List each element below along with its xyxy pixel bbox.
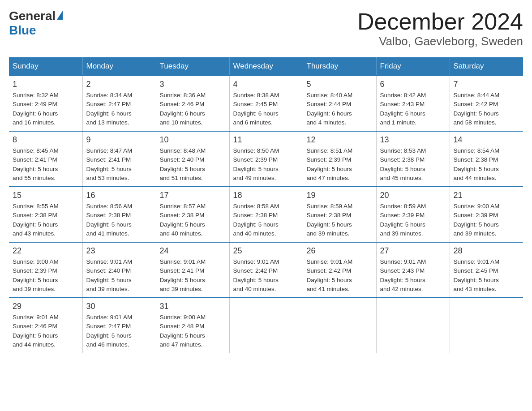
calendar-cell: 8Sunrise: 8:45 AM Sunset: 2:41 PM Daylig… bbox=[9, 131, 82, 187]
day-number: 22 bbox=[13, 246, 79, 256]
calendar-week-4: 22Sunrise: 9:00 AM Sunset: 2:39 PM Dayli… bbox=[9, 242, 523, 298]
weekday-header-wednesday: Wednesday bbox=[229, 57, 303, 76]
day-info: Sunrise: 8:40 AM Sunset: 2:44 PM Dayligh… bbox=[307, 91, 373, 127]
calendar-week-3: 15Sunrise: 8:55 AM Sunset: 2:38 PM Dayli… bbox=[9, 187, 523, 242]
day-info: Sunrise: 8:36 AM Sunset: 2:46 PM Dayligh… bbox=[160, 91, 226, 127]
day-number: 28 bbox=[454, 246, 520, 256]
day-number: 27 bbox=[380, 246, 446, 256]
calendar-cell: 20Sunrise: 8:59 AM Sunset: 2:39 PM Dayli… bbox=[376, 187, 450, 242]
day-info: Sunrise: 9:00 AM Sunset: 2:39 PM Dayligh… bbox=[13, 257, 79, 294]
weekday-header-tuesday: Tuesday bbox=[156, 57, 229, 76]
day-info: Sunrise: 9:01 AM Sunset: 2:43 PM Dayligh… bbox=[380, 257, 446, 294]
day-info: Sunrise: 8:50 AM Sunset: 2:39 PM Dayligh… bbox=[233, 146, 299, 183]
day-info: Sunrise: 8:54 AM Sunset: 2:38 PM Dayligh… bbox=[454, 146, 520, 183]
day-number: 8 bbox=[13, 135, 79, 145]
day-number: 2 bbox=[86, 80, 152, 89]
calendar-cell: 15Sunrise: 8:55 AM Sunset: 2:38 PM Dayli… bbox=[9, 187, 82, 242]
day-info: Sunrise: 9:01 AM Sunset: 2:42 PM Dayligh… bbox=[307, 257, 373, 294]
calendar-cell: 22Sunrise: 9:00 AM Sunset: 2:39 PM Dayli… bbox=[9, 242, 82, 298]
day-number: 13 bbox=[380, 135, 446, 145]
logo: General Blue bbox=[9, 9, 63, 38]
calendar-cell bbox=[450, 298, 523, 353]
day-number: 23 bbox=[86, 246, 152, 256]
calendar-cell: 2Sunrise: 8:34 AM Sunset: 2:47 PM Daylig… bbox=[82, 76, 156, 131]
day-info: Sunrise: 8:53 AM Sunset: 2:38 PM Dayligh… bbox=[380, 146, 446, 183]
day-info: Sunrise: 8:45 AM Sunset: 2:41 PM Dayligh… bbox=[13, 146, 79, 183]
calendar-cell bbox=[303, 298, 376, 353]
calendar-cell: 1Sunrise: 8:32 AM Sunset: 2:49 PM Daylig… bbox=[9, 76, 82, 131]
calendar-cell: 7Sunrise: 8:44 AM Sunset: 2:42 PM Daylig… bbox=[450, 76, 523, 131]
page-subtitle: Valbo, Gaevleborg, Sweden bbox=[357, 34, 523, 48]
day-info: Sunrise: 8:38 AM Sunset: 2:45 PM Dayligh… bbox=[233, 91, 299, 127]
day-number: 14 bbox=[454, 135, 520, 145]
day-number: 4 bbox=[233, 80, 299, 89]
day-info: Sunrise: 8:42 AM Sunset: 2:43 PM Dayligh… bbox=[380, 91, 446, 127]
day-info: Sunrise: 9:01 AM Sunset: 2:41 PM Dayligh… bbox=[160, 257, 226, 294]
calendar-table: SundayMondayTuesdayWednesdayThursdayFrid… bbox=[9, 57, 523, 353]
day-number: 20 bbox=[380, 191, 446, 200]
calendar-cell: 3Sunrise: 8:36 AM Sunset: 2:46 PM Daylig… bbox=[156, 76, 229, 131]
day-number: 17 bbox=[160, 191, 226, 200]
day-info: Sunrise: 9:01 AM Sunset: 2:40 PM Dayligh… bbox=[86, 257, 152, 294]
day-info: Sunrise: 8:44 AM Sunset: 2:42 PM Dayligh… bbox=[454, 91, 520, 127]
day-info: Sunrise: 9:01 AM Sunset: 2:45 PM Dayligh… bbox=[454, 257, 520, 294]
day-info: Sunrise: 9:00 AM Sunset: 2:39 PM Dayligh… bbox=[454, 202, 520, 238]
logo-general: General bbox=[9, 9, 56, 23]
day-info: Sunrise: 8:47 AM Sunset: 2:41 PM Dayligh… bbox=[86, 146, 152, 183]
day-number: 25 bbox=[233, 246, 299, 256]
day-number: 15 bbox=[13, 191, 79, 200]
day-number: 21 bbox=[454, 191, 520, 200]
day-info: Sunrise: 8:56 AM Sunset: 2:38 PM Dayligh… bbox=[86, 202, 152, 238]
day-number: 12 bbox=[307, 135, 373, 145]
day-number: 10 bbox=[160, 135, 226, 145]
day-info: Sunrise: 8:57 AM Sunset: 2:38 PM Dayligh… bbox=[160, 202, 226, 238]
calendar-cell: 23Sunrise: 9:01 AM Sunset: 2:40 PM Dayli… bbox=[82, 242, 156, 298]
weekday-header-sunday: Sunday bbox=[9, 57, 82, 76]
weekday-header-row: SundayMondayTuesdayWednesdayThursdayFrid… bbox=[9, 57, 523, 76]
day-info: Sunrise: 8:32 AM Sunset: 2:49 PM Dayligh… bbox=[13, 91, 79, 127]
day-info: Sunrise: 9:01 AM Sunset: 2:42 PM Dayligh… bbox=[233, 257, 299, 294]
calendar-cell: 19Sunrise: 8:59 AM Sunset: 2:38 PM Dayli… bbox=[303, 187, 376, 242]
day-number: 5 bbox=[307, 80, 373, 89]
calendar-cell: 28Sunrise: 9:01 AM Sunset: 2:45 PM Dayli… bbox=[450, 242, 523, 298]
calendar-cell: 26Sunrise: 9:01 AM Sunset: 2:42 PM Dayli… bbox=[303, 242, 376, 298]
day-number: 30 bbox=[86, 302, 152, 311]
weekday-header-saturday: Saturday bbox=[450, 57, 523, 76]
day-info: Sunrise: 9:00 AM Sunset: 2:48 PM Dayligh… bbox=[160, 313, 226, 349]
logo-triangle-icon bbox=[57, 11, 63, 20]
calendar-week-2: 8Sunrise: 8:45 AM Sunset: 2:41 PM Daylig… bbox=[9, 131, 523, 187]
day-number: 9 bbox=[86, 135, 152, 145]
calendar-cell: 13Sunrise: 8:53 AM Sunset: 2:38 PM Dayli… bbox=[376, 131, 450, 187]
calendar-cell: 6Sunrise: 8:42 AM Sunset: 2:43 PM Daylig… bbox=[376, 76, 450, 131]
day-info: Sunrise: 8:59 AM Sunset: 2:39 PM Dayligh… bbox=[380, 202, 446, 238]
page-header: General Blue December 2024 Valbo, Gaevle… bbox=[9, 9, 523, 48]
page-title: December 2024 bbox=[357, 9, 523, 34]
calendar-cell: 4Sunrise: 8:38 AM Sunset: 2:45 PM Daylig… bbox=[229, 76, 303, 131]
calendar-cell: 29Sunrise: 9:01 AM Sunset: 2:46 PM Dayli… bbox=[9, 298, 82, 353]
calendar-cell: 5Sunrise: 8:40 AM Sunset: 2:44 PM Daylig… bbox=[303, 76, 376, 131]
day-number: 1 bbox=[13, 80, 79, 89]
calendar-cell: 16Sunrise: 8:56 AM Sunset: 2:38 PM Dayli… bbox=[82, 187, 156, 242]
day-info: Sunrise: 8:34 AM Sunset: 2:47 PM Dayligh… bbox=[86, 91, 152, 127]
weekday-header-monday: Monday bbox=[82, 57, 156, 76]
calendar-cell: 24Sunrise: 9:01 AM Sunset: 2:41 PM Dayli… bbox=[156, 242, 229, 298]
logo-blue: Blue bbox=[9, 23, 36, 37]
day-number: 18 bbox=[233, 191, 299, 200]
calendar-cell: 12Sunrise: 8:51 AM Sunset: 2:39 PM Dayli… bbox=[303, 131, 376, 187]
calendar-cell: 31Sunrise: 9:00 AM Sunset: 2:48 PM Dayli… bbox=[156, 298, 229, 353]
calendar-cell: 11Sunrise: 8:50 AM Sunset: 2:39 PM Dayli… bbox=[229, 131, 303, 187]
calendar-cell: 25Sunrise: 9:01 AM Sunset: 2:42 PM Dayli… bbox=[229, 242, 303, 298]
calendar-week-5: 29Sunrise: 9:01 AM Sunset: 2:46 PM Dayli… bbox=[9, 298, 523, 353]
day-info: Sunrise: 8:55 AM Sunset: 2:38 PM Dayligh… bbox=[13, 202, 79, 238]
day-number: 6 bbox=[380, 80, 446, 89]
calendar-cell: 21Sunrise: 9:00 AM Sunset: 2:39 PM Dayli… bbox=[450, 187, 523, 242]
weekday-header-thursday: Thursday bbox=[303, 57, 376, 76]
calendar-cell: 30Sunrise: 9:01 AM Sunset: 2:47 PM Dayli… bbox=[82, 298, 156, 353]
calendar-cell: 10Sunrise: 8:48 AM Sunset: 2:40 PM Dayli… bbox=[156, 131, 229, 187]
calendar-week-1: 1Sunrise: 8:32 AM Sunset: 2:49 PM Daylig… bbox=[9, 76, 523, 131]
calendar-cell bbox=[376, 298, 450, 353]
day-info: Sunrise: 9:01 AM Sunset: 2:47 PM Dayligh… bbox=[86, 313, 152, 349]
day-number: 7 bbox=[454, 80, 520, 89]
day-info: Sunrise: 9:01 AM Sunset: 2:46 PM Dayligh… bbox=[13, 313, 79, 349]
calendar-cell: 18Sunrise: 8:58 AM Sunset: 2:38 PM Dayli… bbox=[229, 187, 303, 242]
